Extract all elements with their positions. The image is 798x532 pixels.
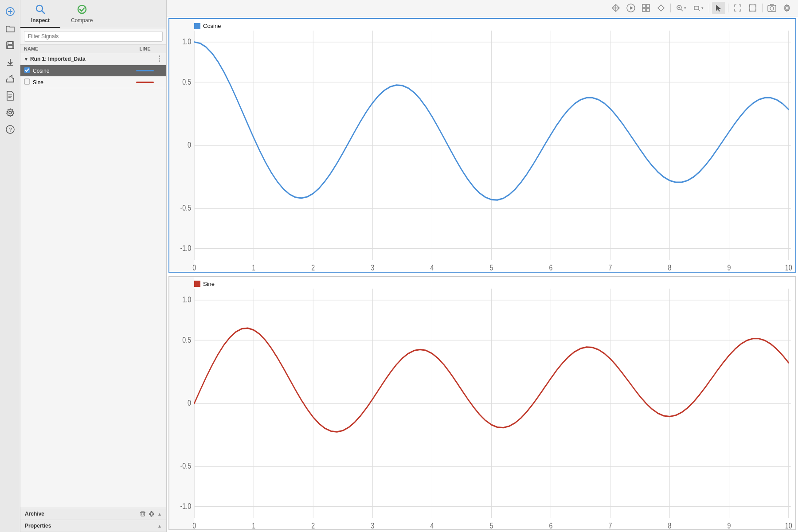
svg-text:3: 3 (371, 521, 374, 529)
sine-label: Sine (33, 79, 127, 86)
svg-point-16 (78, 5, 86, 13)
sine-legend-color (194, 281, 200, 287)
svg-text:8: 8 (668, 521, 672, 529)
run-header-run1[interactable]: ▼ Run 1: Imported_Data ⋮ (20, 53, 166, 65)
sine-chart-title: Sine (203, 281, 215, 287)
svg-rect-5 (8, 46, 13, 49)
play-button[interactable] (624, 2, 638, 14)
inspect-icon (35, 4, 45, 16)
open-button[interactable] (2, 20, 18, 36)
document-button[interactable] (2, 88, 18, 104)
svg-point-41 (786, 7, 788, 9)
cosine-checkbox[interactable] (24, 67, 33, 74)
screenshot-button[interactable] (765, 2, 778, 14)
download-button[interactable] (2, 54, 18, 70)
svg-text:10: 10 (785, 263, 792, 271)
svg-text:-0.5: -0.5 (180, 203, 191, 212)
archive-section-header[interactable]: Archive ▲ (20, 508, 166, 520)
save-button[interactable] (2, 37, 18, 53)
tab-compare[interactable]: Compare (60, 2, 103, 28)
filter-wrap (20, 28, 166, 45)
svg-text:0: 0 (188, 140, 191, 149)
zoom-box-dropdown[interactable]: ▾ (691, 3, 706, 13)
svg-marker-37 (716, 5, 721, 12)
svg-rect-42 (194, 23, 200, 29)
svg-text:0: 0 (188, 398, 191, 407)
pan-tool-button[interactable] (609, 2, 622, 14)
properties-collapse-icon[interactable]: ▲ (157, 524, 162, 528)
properties-label: Properties (25, 523, 51, 529)
run-more-button[interactable]: ⋮ (156, 55, 163, 63)
svg-text:1.0: 1.0 (182, 37, 191, 46)
archive-actions: ▲ (140, 511, 162, 517)
svg-text:3: 3 (371, 263, 374, 271)
signal-table-header: NAME LINE (20, 45, 166, 53)
main-content: ▾ ▾ Cosine (167, 0, 798, 532)
svg-text:6: 6 (549, 263, 553, 271)
fit-button[interactable] (746, 2, 759, 14)
sine-legend: Sine (194, 281, 215, 287)
zoom-dropdown[interactable]: ▾ (673, 3, 689, 13)
share-button[interactable] (2, 71, 18, 87)
archive-label: Archive (25, 511, 44, 517)
svg-text:-1.0: -1.0 (180, 243, 191, 252)
svg-text:2: 2 (311, 521, 315, 529)
grid-button[interactable] (639, 2, 653, 14)
svg-marker-30 (658, 5, 664, 11)
svg-text:4: 4 (430, 521, 434, 529)
svg-text:5: 5 (489, 521, 493, 529)
cosine-legend-color (194, 23, 200, 29)
svg-marker-25 (630, 6, 633, 10)
svg-rect-29 (646, 8, 649, 12)
properties-section-header[interactable]: Properties ▲ (20, 520, 166, 532)
cosine-line-preview (127, 70, 163, 71)
tab-inspect[interactable]: Inspect (20, 2, 60, 28)
svg-rect-4 (8, 42, 12, 44)
tab-inspect-label: Inspect (31, 17, 50, 23)
svg-point-11 (9, 111, 12, 114)
toolbar: ▾ ▾ (167, 0, 798, 16)
sine-chart-panel: Sine (168, 276, 796, 531)
svg-text:9: 9 (728, 263, 731, 271)
svg-text:1: 1 (252, 263, 255, 271)
svg-text:7: 7 (609, 521, 612, 529)
archive-delete-icon[interactable] (140, 511, 146, 517)
configure-button[interactable] (780, 2, 794, 14)
cosine-label: Cosine (33, 68, 127, 74)
settings-button[interactable] (2, 105, 18, 121)
svg-text:1.0: 1.0 (182, 295, 191, 304)
expand-button[interactable] (731, 2, 744, 14)
archive-settings-icon[interactable] (149, 511, 155, 517)
icon-bar: ? (0, 0, 20, 532)
svg-text:1: 1 (252, 521, 255, 529)
svg-text:5: 5 (489, 263, 493, 271)
zoom-chevron: ▾ (684, 6, 686, 10)
zoombox-chevron: ▾ (701, 6, 704, 10)
help-button[interactable]: ? (2, 121, 18, 137)
add-button[interactable] (2, 4, 18, 20)
svg-rect-77 (194, 281, 200, 287)
col-name-header: NAME (24, 46, 127, 51)
col-line-header: LINE (127, 46, 163, 51)
svg-rect-17 (24, 67, 30, 73)
cosine-chart-panel: Cosine (168, 18, 796, 273)
sine-checkbox[interactable] (24, 78, 33, 86)
svg-rect-38 (750, 5, 756, 11)
markers-button[interactable] (654, 2, 668, 14)
filter-input[interactable] (24, 31, 163, 42)
archive-collapse-icon[interactable]: ▲ (157, 512, 162, 516)
tab-compare-label: Compare (71, 17, 93, 23)
svg-point-23 (150, 512, 153, 515)
signal-row-sine[interactable]: Sine (20, 77, 166, 88)
svg-text:6: 6 (549, 521, 553, 529)
svg-text:0: 0 (192, 521, 196, 529)
signal-row-cosine[interactable]: Cosine (20, 65, 166, 77)
sine-chart-svg: 1.0 0.5 0 -0.5 -1.0 0 1 2 3 4 5 6 7 8 9 … (169, 277, 795, 530)
tabs: Inspect Compare (20, 0, 166, 28)
svg-line-32 (681, 9, 683, 11)
svg-text:9: 9 (728, 521, 731, 529)
select-button[interactable] (712, 2, 725, 14)
properties-actions: ▲ (157, 524, 162, 528)
svg-rect-26 (642, 4, 645, 8)
svg-line-15 (42, 11, 44, 13)
